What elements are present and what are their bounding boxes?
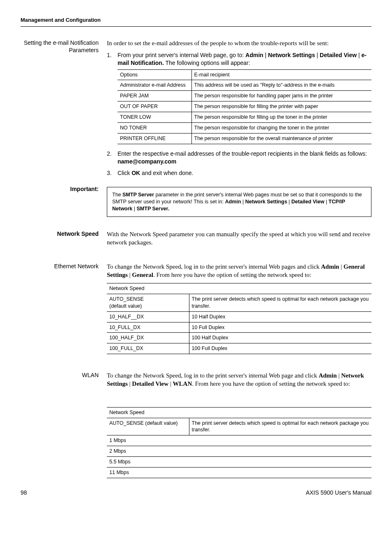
step1-post: The following options will appear: (164, 60, 250, 66)
cell: The person responsible for changing the … (191, 122, 371, 133)
cell: The print server detects which speed is … (189, 294, 371, 311)
cell: The person responsible for filling the p… (191, 101, 371, 112)
cell: PRINTER OFFLINE (118, 133, 191, 144)
note-p3: | (324, 199, 328, 205)
cell: E-mail recipient (191, 69, 371, 80)
cell: PAPER JAM (118, 91, 191, 101)
step1-b3: Detailed View (320, 52, 357, 58)
note-p2: | (287, 199, 291, 205)
cell: NO TONER (118, 122, 191, 133)
block-important: Important: The SMTP Server parameter in … (21, 185, 371, 226)
wlan-speed-table: Network Speed AUTO_SENSE (default value)… (107, 407, 371, 478)
table-row: OUT OF PAPERThe person responsible for f… (118, 101, 371, 112)
block-ethernet: Ethernet Network To change the Network S… (21, 263, 371, 360)
manual-title: AXIS 5900 User's Manual (306, 489, 371, 497)
step3-post: and exit when done. (140, 170, 193, 176)
ethernet-speed-table: Network Speed AUTO_SENSE(default value)T… (107, 283, 371, 354)
wlan-p1: | (337, 372, 341, 379)
cell: 100_FULL_DX (107, 343, 189, 354)
side-label-email: Setting the e-mail Notification Paramete… (21, 39, 107, 182)
cell: 100 Half Duplex (189, 333, 371, 343)
cell: 100_HALF_DX (107, 333, 189, 343)
table-row: Administrator e-mail AddressThis address… (118, 80, 371, 91)
step1-pre: From your print server's internal Web pa… (118, 52, 245, 58)
cell: 2 Mbps (107, 446, 371, 457)
note-p1: | (241, 199, 245, 205)
cell: The person responsible for handling pape… (191, 91, 371, 101)
step1-b2: Network Settings (268, 52, 315, 58)
intro-text: In order to set the e-mail addresses of … (107, 39, 371, 47)
cell: Administrator e-mail Address (118, 80, 191, 91)
wlan-b3: Detailed View (132, 380, 168, 387)
note-b4: Detailed View (291, 199, 324, 205)
eth-post: . From here you have the option of setti… (153, 272, 311, 278)
step2-text: Enter the respective e-mail addresses of… (118, 150, 367, 157)
table-row: TONER LOWThe person responsible for fill… (118, 112, 371, 123)
ethernet-label: Ethernet Network (21, 263, 107, 360)
cell: 10 Full Duplex (189, 322, 371, 333)
note-b3: Network Settings (245, 199, 287, 205)
cell: 10_HALF__DX (107, 311, 189, 322)
table-row: 100_HALF_DX100 Half Duplex (107, 333, 371, 343)
cell: 10 Half Duplex (189, 311, 371, 322)
cell: Network Speed (107, 283, 371, 294)
cell: Options (118, 69, 191, 80)
cell: The person responsible for filling up th… (191, 112, 371, 123)
cell: TONER LOW (118, 112, 191, 123)
wlan-b4: WLAN (173, 380, 192, 387)
eth-p2: | (128, 272, 132, 278)
step3-pre: Click (118, 170, 131, 176)
table-row: 10_HALF__DX10 Half Duplex (107, 311, 371, 322)
table-row: 5.5 Mbps (107, 457, 371, 467)
cell-a: AUTO_SENSE (109, 296, 144, 302)
table-row: 10_FULL_DX10 Full Duplex (107, 322, 371, 333)
important-note: The SMTP Server parameter in the print s… (107, 187, 371, 217)
netspeed-label: Network Speed (21, 230, 107, 251)
step-2: Enter the respective e-mail addresses of… (107, 150, 371, 166)
cell-b: (default value) (109, 303, 142, 309)
step1-p3: | (357, 52, 361, 58)
wlan-text: To change the Network Speed, log in to t… (107, 371, 371, 388)
table-row: 100_FULL_DX100 Full Duplex (107, 343, 371, 354)
ethernet-text: To change the Network Speed, log in to t… (107, 263, 371, 279)
wlan-b1: Admin (318, 372, 337, 379)
cell: The person responsible for the overall m… (191, 133, 371, 144)
wlan-pre: To change the Network Speed, log in to t… (107, 372, 318, 379)
cell: This address will be used as "Reply to"-… (191, 80, 371, 91)
cell: Network Speed (107, 407, 371, 418)
table-row: AUTO_SENSE(default value)The print serve… (107, 294, 371, 311)
note-b1: SMTP Server (122, 192, 154, 198)
table-row: AUTO_SENSE (default value)The print serv… (107, 418, 371, 435)
table-row: OptionsE-mail recipient (118, 69, 371, 80)
note-p4: | (132, 206, 136, 212)
note-b6: SMTP Server. (137, 206, 170, 212)
block-network-speed: Network Speed With the Network Speed par… (21, 230, 371, 251)
block-wlan: WLAN To change the Network Speed, log in… (21, 371, 371, 484)
netspeed-text: With the Network Speed parameter you can… (107, 230, 371, 247)
step2-example: name@company.com (118, 158, 176, 165)
table-row: NO TONERThe person responsible for chang… (118, 122, 371, 133)
cell: AUTO_SENSE (default value) (107, 418, 189, 435)
table-row: Network Speed (107, 283, 371, 294)
cell: 100 Full Duplex (189, 343, 371, 354)
table-row: PAPER JAMThe person responsible for hand… (118, 91, 371, 101)
block-email-notification: Setting the e-mail Notification Paramete… (21, 39, 371, 182)
wlan-post: . From here you have the option of setti… (192, 380, 350, 387)
note-pre: The (112, 192, 122, 198)
note-b2: Admin (225, 199, 241, 205)
section-header: Management and Configuration (21, 16, 371, 27)
wlan-label: WLAN (21, 371, 107, 484)
cell: 11 Mbps (107, 467, 371, 478)
table-row: PRINTER OFFLINEThe person responsible fo… (118, 133, 371, 144)
step1-p1: | (263, 52, 268, 58)
table-row: 2 Mbps (107, 446, 371, 457)
important-label: Important: (21, 185, 107, 226)
cell: 10_FULL_DX (107, 322, 189, 333)
table-row: Network Speed (107, 407, 371, 418)
wlan-p3: | (168, 380, 173, 387)
step1-p2: | (315, 52, 320, 58)
step1-b1: Admin (245, 52, 263, 58)
cell: OUT OF PAPER (118, 101, 191, 112)
cell: 1 Mbps (107, 435, 371, 446)
cell: The print server detects which speed is … (189, 418, 371, 435)
